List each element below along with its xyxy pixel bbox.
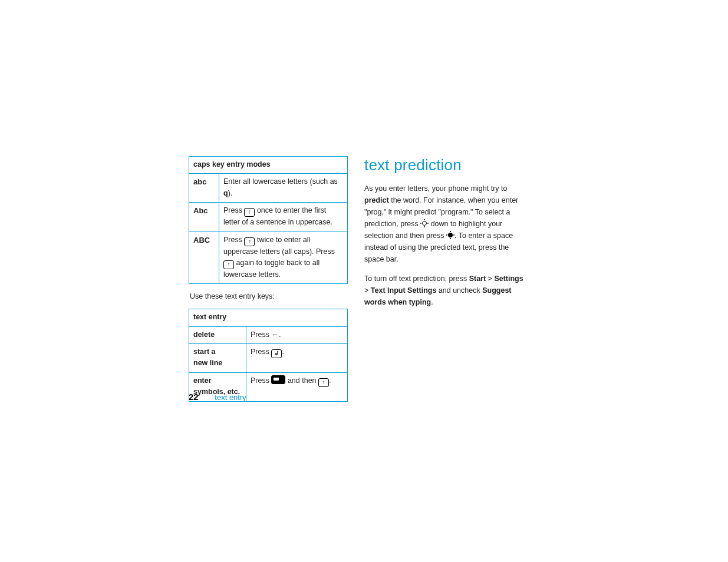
body-text: To turn off text prediction, press (364, 275, 469, 283)
shift-key-icon: ↑ (223, 260, 234, 269)
enter-key-icon: ↲ (271, 349, 282, 358)
row-label: enter (193, 375, 242, 386)
shift-key-icon: ↑ (318, 378, 329, 387)
text-entry-table: text entry delete Press ←. start a new l… (189, 309, 348, 401)
shift-key-icon: ↑ (244, 208, 255, 217)
two-column-layout: caps key entry modes abc Enter all lower… (189, 156, 542, 402)
menu-path-item: Text Input Settings (371, 286, 437, 295)
section-heading: text prediction (364, 156, 523, 174)
table-header: caps key entry modes (189, 157, 348, 174)
row-text: again to toggle back to all lowercase le… (223, 259, 319, 279)
right-column: text prediction As you enter letters, yo… (364, 156, 523, 402)
intertext: Use these text entry keys: (190, 292, 348, 300)
row-text: Press (223, 236, 244, 244)
body-text-bold: predict (364, 196, 389, 204)
menu-separator: > (486, 275, 494, 283)
table-header: text entry (189, 309, 348, 326)
table-row: ABC Press ↑ twice to enter all uppercase… (189, 232, 348, 284)
row-text: ). (228, 189, 233, 197)
row-text-bold: q (223, 189, 228, 197)
nav-key-press-icon (446, 231, 454, 239)
row-text: . (282, 348, 284, 356)
menu-separator: > (364, 286, 371, 295)
left-column: caps key entry modes abc Enter all lower… (189, 156, 348, 402)
page-footer: 22 text entry (189, 392, 246, 402)
page-number: 22 (189, 392, 199, 402)
row-text: . (279, 330, 281, 339)
nav-key-open-icon (420, 219, 429, 227)
menu-path-item: Settings (494, 275, 523, 283)
paragraph: As you enter letters, your phone might t… (364, 183, 523, 265)
row-label: delete (193, 330, 215, 339)
caps-modes-table: caps key entry modes abc Enter all lower… (189, 156, 348, 284)
mode-label-abc-cap: Abc (193, 206, 208, 215)
row-label: start a (193, 346, 242, 358)
table-row: start a new line Press ↲. (189, 344, 348, 373)
menu-path-item: Start (469, 275, 486, 283)
body-text: As you enter letters, your phone might t… (364, 184, 507, 193)
table-row: Abc Press ↑ once to enter the first lett… (189, 203, 348, 232)
row-text: and then (285, 376, 318, 385)
row-text: Press (223, 206, 244, 214)
footer-section-name: text entry (215, 393, 246, 402)
row-text: . (329, 376, 331, 385)
row-text: Press (251, 330, 271, 339)
row-text: Press (251, 348, 271, 356)
mode-label-abc-all: ABC (193, 236, 210, 244)
body-text: . (431, 298, 433, 306)
back-key-icon: ← (271, 330, 279, 339)
fn-key-icon (271, 375, 285, 384)
shift-key-icon: ↑ (244, 237, 255, 246)
table-row: delete Press ←. (189, 326, 348, 343)
paragraph: To turn off text prediction, press Start… (364, 273, 523, 308)
table-row: abc Enter all lowercase letters (such as… (189, 174, 348, 203)
row-label: new line (193, 358, 242, 369)
document-page: caps key entry modes abc Enter all lower… (189, 156, 542, 402)
body-text: and uncheck (436, 286, 482, 295)
row-text: Press (251, 376, 271, 385)
row-text: Enter all lowercase letters (such as (223, 177, 338, 186)
mode-label-abc: abc (193, 177, 206, 186)
